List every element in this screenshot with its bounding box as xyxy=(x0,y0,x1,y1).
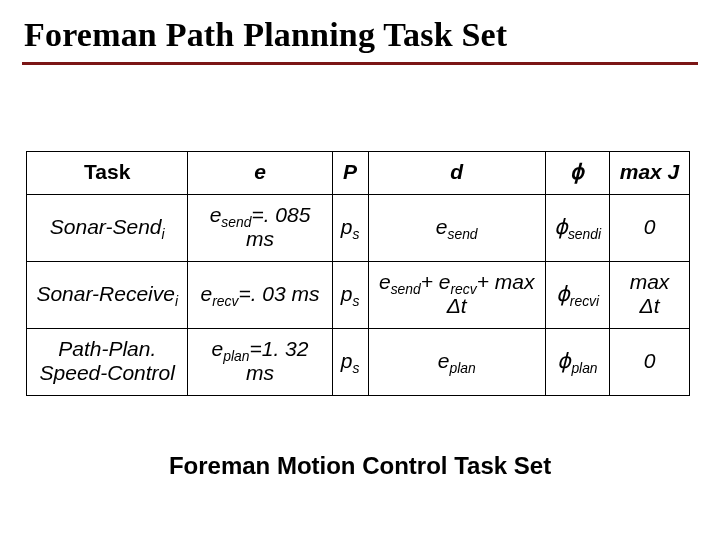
table-row: Sonar-Sendi esend=. 085 ms ps esend ϕsen… xyxy=(27,195,690,262)
cell-p: ps xyxy=(332,262,368,329)
task-table-body: Sonar-Sendi esend=. 085 ms ps esend ϕsen… xyxy=(27,195,690,396)
cell-maxj: 0 xyxy=(610,329,690,396)
cell-phi: ϕsendi xyxy=(545,195,609,262)
task-table: Task e P d ϕ max J Sonar-Sendi esend=. 0… xyxy=(26,151,690,396)
cell-e: esend=. 085 ms xyxy=(188,195,332,262)
page-title: Foreman Path Planning Task Set xyxy=(22,12,698,65)
table-row: Path-Plan.Speed-Control eplan=1. 32 ms p… xyxy=(27,329,690,396)
cell-d: eplan xyxy=(368,329,545,396)
task-table-head: Task e P d ϕ max J xyxy=(27,152,690,195)
col-e: e xyxy=(188,152,332,195)
cell-task: Sonar-Sendi xyxy=(27,195,188,262)
col-maxj: max J xyxy=(610,152,690,195)
table-row: Sonar-Receivei erecv=. 03 ms ps esend+ e… xyxy=(27,262,690,329)
slide: Foreman Path Planning Task Set Task e P … xyxy=(0,0,720,540)
cell-p: ps xyxy=(332,329,368,396)
cell-maxj: max Δt xyxy=(610,262,690,329)
cell-task: Path-Plan.Speed-Control xyxy=(27,329,188,396)
cell-e: erecv=. 03 ms xyxy=(188,262,332,329)
col-d: d xyxy=(368,152,545,195)
col-phi: ϕ xyxy=(545,152,609,195)
col-p: P xyxy=(332,152,368,195)
col-task: Task xyxy=(27,152,188,195)
cell-p: ps xyxy=(332,195,368,262)
cell-task: Sonar-Receivei xyxy=(27,262,188,329)
task-table-header-row: Task e P d ϕ max J xyxy=(27,152,690,195)
cell-d: esend xyxy=(368,195,545,262)
cell-e: eplan=1. 32 ms xyxy=(188,329,332,396)
section-subtitle: Foreman Motion Control Task Set xyxy=(22,452,698,480)
cell-phi: ϕplan xyxy=(545,329,609,396)
cell-d: esend+ erecv+ max Δt xyxy=(368,262,545,329)
cell-maxj: 0 xyxy=(610,195,690,262)
cell-phi: ϕrecvi xyxy=(545,262,609,329)
